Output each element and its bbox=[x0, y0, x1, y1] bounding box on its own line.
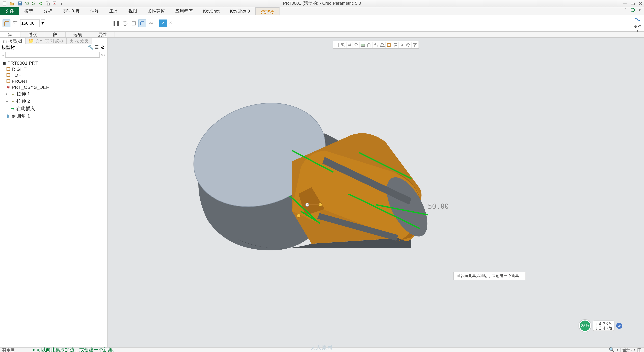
round-mode2-icon[interactable] bbox=[11, 19, 19, 27]
tab-file[interactable]: 文件 bbox=[0, 7, 19, 15]
minimize-icon[interactable]: ─ bbox=[622, 1, 628, 6]
tree-item-csys[interactable]: ✱PRT_CSYS_DEF bbox=[2, 84, 105, 90]
no-preview-icon[interactable] bbox=[121, 19, 129, 27]
tree-item-front[interactable]: FRONT bbox=[2, 78, 105, 84]
tree-item-right[interactable]: RIGHT bbox=[2, 66, 105, 72]
tab-apps[interactable]: 应用程序 bbox=[170, 7, 198, 15]
quick-access-toolbar: ▾ bbox=[0, 0, 66, 6]
perf-up: ↑ 4.3K/s bbox=[595, 321, 612, 326]
hint-tooltip: 可以向此集添加边，或创建一个新集。 bbox=[454, 272, 526, 280]
statusbar: ▦ ◆ ▣ ● 可以向此集添加边，或创建一个新集。 人人素材 🔍 ▾ 全部 ▾ … bbox=[0, 348, 644, 352]
perf-percent[interactable]: 35% bbox=[579, 320, 591, 332]
undo-icon[interactable] bbox=[24, 0, 30, 6]
svg-point-3 bbox=[40, 2, 42, 5]
tree-item-extrude1[interactable]: ▸▫拉伸 1 bbox=[2, 90, 105, 97]
star-icon: ★ bbox=[70, 38, 74, 44]
regen-icon[interactable] bbox=[38, 0, 44, 6]
datum-icon[interactable] bbox=[634, 16, 641, 23]
datum-group: 基准 ▼ bbox=[634, 16, 642, 32]
ribbon-help-icon[interactable] bbox=[630, 7, 635, 12]
subtab-options[interactable]: 选项 bbox=[66, 32, 90, 37]
status-ic3[interactable]: ▣ bbox=[10, 348, 15, 352]
datum-label: 基准 bbox=[634, 24, 642, 29]
tab-view[interactable]: 视图 bbox=[123, 7, 142, 15]
svg-rect-0 bbox=[3, 2, 6, 5]
panel-tab-fav[interactable]: ★收藏夹 bbox=[67, 38, 92, 44]
svg-rect-10 bbox=[132, 21, 136, 25]
subtab-transition[interactable]: 过渡 bbox=[20, 32, 45, 37]
tab-live-sim[interactable]: 实时仿真 bbox=[57, 7, 85, 15]
round-icon: ◗ bbox=[6, 114, 10, 118]
ribbon-tabs: 文件 模型 分析 实时仿真 注释 工具 视图 柔性建模 应用程序 KeyShot… bbox=[0, 7, 644, 15]
svg-rect-5 bbox=[47, 3, 50, 5]
dimension-label[interactable]: 50.00 bbox=[428, 202, 449, 210]
geom-icon[interactable]: ◫ bbox=[637, 347, 642, 352]
tree-show-icon[interactable]: ☰ bbox=[94, 45, 100, 50]
save-icon[interactable] bbox=[17, 0, 23, 6]
qat-dropdown-icon[interactable]: ▾ bbox=[58, 0, 64, 6]
tab-keyshot[interactable]: KeyShot bbox=[198, 7, 225, 15]
search-expand-icon[interactable]: ▸ bbox=[104, 53, 105, 56]
filter-dd-icon[interactable]: ▾ bbox=[634, 348, 635, 352]
tree-item-extrude2[interactable]: ▸▫拉伸 2 bbox=[2, 97, 105, 105]
confirm-button[interactable]: ✓ bbox=[159, 19, 167, 27]
svg-rect-2 bbox=[19, 2, 21, 3]
new-icon[interactable] bbox=[2, 0, 8, 6]
tree-settings-icon[interactable]: ⚙ bbox=[100, 45, 106, 50]
datum-icon bbox=[6, 67, 10, 71]
feat-opt2-icon[interactable] bbox=[138, 19, 146, 27]
feat-opt1-icon[interactable] bbox=[130, 19, 138, 27]
status-ic1[interactable]: ▦ bbox=[2, 348, 6, 352]
tab-analysis[interactable]: 分析 bbox=[38, 7, 57, 15]
perf-down: ↓ 3.4K/s bbox=[595, 326, 612, 330]
windows-icon[interactable] bbox=[45, 0, 51, 6]
feat-opt3-icon[interactable]: ød bbox=[147, 19, 155, 27]
tab-annotate[interactable]: 注释 bbox=[85, 7, 104, 15]
open-icon[interactable] bbox=[9, 0, 15, 6]
perf-toggle-icon[interactable]: ⟳ bbox=[616, 323, 622, 329]
tab-round[interactable]: 倒圆角 bbox=[255, 7, 280, 15]
expand-icon[interactable]: ▸ bbox=[6, 99, 10, 103]
titlebar: ▾ PRT0001 (活动的) - Creo Parametric 5.0 ─ … bbox=[0, 0, 644, 7]
panel-tab-modeltree[interactable]: 🗀模型树 bbox=[0, 38, 26, 44]
tree-item-insert[interactable]: ➜在此插入 bbox=[2, 105, 105, 112]
round-mode1-icon[interactable] bbox=[3, 19, 10, 27]
search-clear-icon[interactable]: × bbox=[101, 53, 103, 56]
find-icon[interactable]: 🔍 bbox=[609, 347, 615, 352]
tab-model[interactable]: 模型 bbox=[19, 7, 38, 15]
subtab-set[interactable]: 集 bbox=[0, 32, 20, 37]
tree-search-input[interactable] bbox=[5, 52, 100, 58]
viewport[interactable]: 50.00 可以向此集添加边，或创建一个新集。 35% ↑ 4.3K/s ↓ 3… bbox=[108, 38, 644, 348]
find-dd-icon[interactable]: ▾ bbox=[617, 348, 618, 352]
radius-dropdown-icon[interactable]: ▾ bbox=[41, 19, 45, 27]
pause-icon[interactable]: ❚❚ bbox=[112, 19, 120, 27]
close-icon[interactable]: ✕ bbox=[638, 1, 643, 6]
tab-tools[interactable]: 工具 bbox=[104, 7, 123, 15]
tree-filter-icon[interactable]: 🔧 bbox=[88, 45, 93, 50]
perf-stats: ↑ 4.3K/s ↓ 3.4K/s bbox=[593, 321, 614, 331]
panel-tab-folder[interactable]: 📁文件夹浏览器 bbox=[26, 38, 67, 44]
ribbon-settings-icon[interactable]: ▾ bbox=[637, 7, 642, 12]
ribbon-min-icon[interactable]: ⌃ bbox=[623, 7, 628, 12]
tab-flex[interactable]: 柔性建模 bbox=[142, 7, 170, 15]
redo-icon[interactable] bbox=[31, 0, 37, 6]
model-3d bbox=[108, 38, 644, 341]
status-ic2[interactable]: ◆ bbox=[6, 348, 10, 352]
tab-keyshot8[interactable]: KeyShot 8 bbox=[225, 7, 255, 15]
close-win-icon[interactable] bbox=[52, 0, 58, 6]
status-message: ● 可以向此集添加边，或创建一个新集。 bbox=[32, 347, 118, 352]
filter-label[interactable]: 全部 bbox=[622, 347, 632, 352]
expand-icon[interactable]: ▸ bbox=[6, 92, 10, 96]
tree-item-top[interactable]: TOP bbox=[2, 72, 105, 78]
model-tree: ▣PRT0001.PRT RIGHT TOP FRONT ✱PRT_CSYS_D… bbox=[0, 58, 107, 121]
csys-icon: ✱ bbox=[6, 85, 10, 89]
radius-input[interactable] bbox=[20, 19, 40, 27]
cancel-button[interactable]: ✕ bbox=[168, 19, 173, 27]
tree-item-round1[interactable]: ◗倒圆角 1 bbox=[2, 112, 105, 120]
maximize-icon[interactable]: ▭ bbox=[630, 1, 635, 6]
tree-root[interactable]: ▣PRT0001.PRT bbox=[2, 60, 105, 66]
subtab-piece[interactable]: 段 bbox=[45, 32, 66, 37]
subtab-props[interactable]: 属性 bbox=[90, 32, 115, 37]
extrude-icon: ▫ bbox=[11, 99, 15, 103]
datum-dropdown-icon[interactable]: ▼ bbox=[634, 29, 642, 32]
